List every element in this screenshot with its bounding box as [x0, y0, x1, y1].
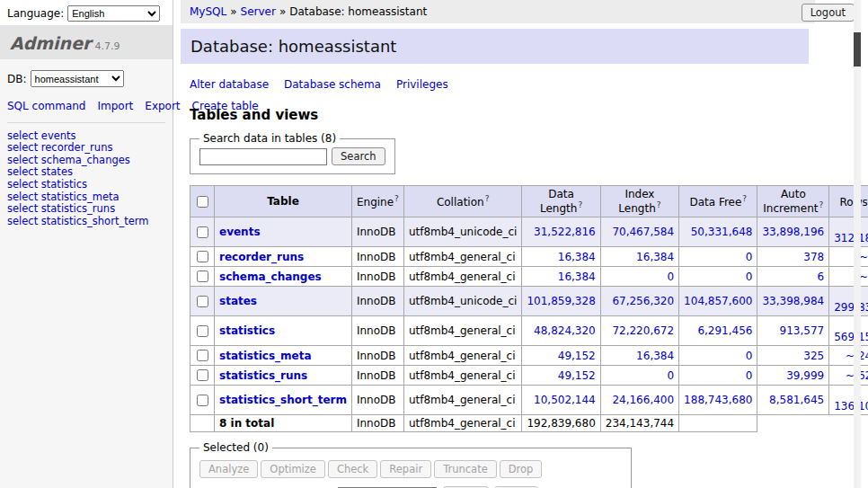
column-header-auto-increment: Auto Increment? [757, 186, 829, 217]
sidebar-select-schema-changes-link[interactable]: select schema_changes [7, 154, 130, 166]
table-name-link[interactable]: events [219, 226, 261, 238]
row-checkbox[interactable] [197, 350, 208, 361]
search-button[interactable]: Search [332, 147, 385, 165]
engine-cell: InnoDB [351, 267, 403, 287]
optimize-button[interactable]: Optimize [261, 460, 325, 478]
scrollbar-thumb[interactable] [854, 32, 861, 67]
index-length-link[interactable]: 16,384 [636, 251, 674, 263]
data-length-link[interactable]: 101,859,328 [527, 295, 595, 307]
auto-increment-link[interactable]: 8,581,645 [769, 394, 824, 406]
data-length-link[interactable]: 31,522,816 [534, 226, 596, 238]
index-length-link[interactable]: 72,220,672 [612, 324, 674, 337]
column-header-data-free: Data Free? [679, 186, 757, 217]
sidebar-select-statistics-link[interactable]: select statistics [7, 178, 87, 191]
sidebar-select-statistics-short-term-link[interactable]: select statistics_short_term [7, 215, 148, 227]
data-length-link[interactable]: 16,384 [558, 271, 596, 283]
select-all-checkbox[interactable] [197, 196, 208, 208]
help-link[interactable]: ? [657, 200, 661, 209]
table-name-link[interactable]: statistics_meta [219, 350, 312, 362]
row-checkbox[interactable] [197, 271, 208, 282]
sidebar-select-statistics-runs-link[interactable]: select statistics_runs [7, 202, 115, 215]
sidebar-select-recorder-runs-link[interactable]: select recorder_runs [7, 141, 112, 154]
breadcrumb-server-link[interactable]: Server [241, 5, 276, 18]
data-free-link[interactable]: 0 [746, 271, 753, 283]
row-checkbox[interactable] [197, 296, 208, 307]
row-checkbox[interactable] [197, 369, 208, 381]
main-content: MySQL»Server»Database: homeassistant Dat… [174, 0, 815, 488]
table-name-link[interactable]: statistics_runs [219, 369, 307, 382]
sidebar-sql-command-link[interactable]: SQL command [7, 100, 85, 112]
breadcrumb-separator: » [279, 5, 286, 18]
row-checkbox[interactable] [197, 395, 208, 406]
auto-increment-link[interactable]: 6 [818, 271, 825, 283]
help-link[interactable]: ? [485, 194, 490, 203]
breadcrumb-mysql-link[interactable]: MySQL [190, 5, 226, 18]
scrollbar-track[interactable] [854, 0, 861, 488]
help-link[interactable]: ? [742, 194, 747, 203]
page-title: Database: homeassistant [181, 29, 809, 64]
data-length-link[interactable]: 10,502,144 [534, 394, 596, 406]
data-length-link[interactable]: 49,152 [558, 369, 596, 382]
index-length-link[interactable]: 16,384 [636, 350, 674, 362]
logout-button[interactable]: Logout [802, 4, 855, 22]
search-input[interactable] [199, 148, 327, 165]
truncate-button[interactable]: Truncate [434, 460, 497, 478]
alter-database-link[interactable]: Alter database [190, 78, 269, 91]
language-select[interactable]: English [67, 5, 160, 22]
db-label: DB: [7, 73, 27, 85]
database-schema-link[interactable]: Database schema [284, 78, 381, 91]
table-name-link[interactable]: schema_changes [219, 271, 322, 283]
privileges-link[interactable]: Privileges [396, 78, 448, 91]
table-name-link[interactable]: statistics_short_term [219, 394, 347, 406]
auto-increment-link[interactable]: 33,398,984 [762, 295, 824, 307]
table-row: events InnoDB utf8mb4_unicode_ci 31,522,… [190, 217, 868, 247]
check-button[interactable]: Check [328, 460, 377, 478]
data-length-link[interactable]: 49,152 [558, 350, 596, 362]
data-free-link[interactable]: 188,743,680 [684, 394, 752, 406]
table-name-link[interactable]: statistics [219, 324, 275, 337]
table-name-link[interactable]: states [219, 295, 257, 307]
help-link[interactable]: ? [394, 194, 399, 203]
data-length-link[interactable]: 16,384 [558, 251, 596, 263]
data-free-link[interactable]: 50,331,648 [691, 226, 753, 238]
data-free-link[interactable]: 0 [746, 350, 753, 362]
sidebar-import-link[interactable]: Import [97, 100, 133, 112]
sidebar-select-events-link[interactable]: select events [7, 129, 76, 142]
auto-increment-link[interactable]: 378 [803, 251, 824, 263]
auto-increment-link[interactable]: 39,999 [786, 369, 824, 382]
index-length-link[interactable]: 67,256,320 [612, 295, 674, 307]
repair-button[interactable]: Repair [380, 460, 431, 478]
index-length-link[interactable]: 70,467,584 [612, 226, 674, 238]
data-free-link[interactable]: 104,857,600 [684, 295, 752, 307]
row-checkbox[interactable] [197, 325, 208, 337]
index-length-link[interactable]: 0 [667, 369, 674, 382]
rows-count-link[interactable]: ~ 569,159 [834, 318, 868, 343]
analyze-button[interactable]: Analyze [199, 460, 258, 478]
table-name-link[interactable]: recorder_runs [219, 251, 304, 263]
drop-button[interactable]: Drop [500, 460, 543, 478]
index-length-link[interactable]: 0 [667, 271, 674, 283]
data-free-link[interactable]: 0 [746, 369, 753, 382]
rows-count-link[interactable]: ~ 136,108 [834, 387, 868, 413]
collation-cell: utf8mb4_unicode_ci [403, 287, 522, 316]
help-link[interactable]: ? [819, 200, 824, 209]
help-link[interactable]: ? [578, 200, 582, 209]
data-free-link[interactable]: 6,291,456 [697, 324, 752, 337]
column-header-table: Table [215, 186, 352, 217]
rows-count-link[interactable]: ~ 299,833 [834, 288, 868, 314]
sidebar-select-states-link[interactable]: select states [7, 165, 73, 178]
index-length-link[interactable]: 24,166,400 [612, 394, 674, 406]
auto-increment-link[interactable]: 33,898,196 [762, 226, 824, 238]
sidebar-select-statistics-meta-link[interactable]: select statistics_meta [7, 191, 120, 203]
auto-increment-link[interactable]: 325 [803, 350, 824, 362]
rows-count-link[interactable]: ~ 312,180 [834, 219, 868, 244]
breadcrumb-current: Database: homeassistant [289, 5, 427, 18]
db-select[interactable]: homeassistant [31, 70, 124, 87]
data-free-link[interactable]: 0 [746, 251, 753, 263]
row-checkbox[interactable] [197, 251, 208, 262]
data-length-link[interactable]: 48,824,320 [534, 324, 596, 337]
total-data-length-cell: 192,839,680 [522, 415, 600, 432]
auto-increment-link[interactable]: 913,577 [780, 324, 825, 337]
app-logo: Adminer4.7.9 [0, 25, 173, 59]
row-checkbox[interactable] [197, 226, 208, 238]
